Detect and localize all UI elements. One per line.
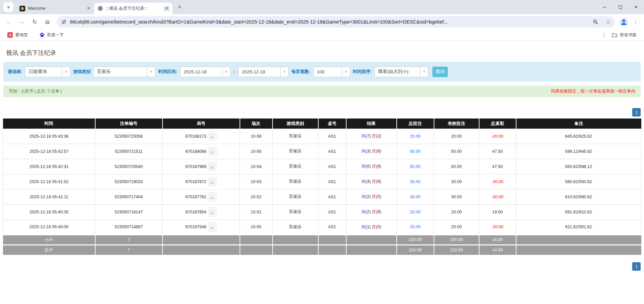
tab-bet-record[interactable]: :::视讯 会员下注纪录::: ✕	[94, 3, 172, 14]
tab-search-button[interactable]: ∨	[3, 2, 13, 12]
chevron-down-icon: ▼	[342, 67, 350, 77]
new-tab-button[interactable]: +	[175, 2, 184, 12]
date-end-select[interactable]: 2025-12-18 ▼	[238, 67, 289, 77]
cell-game: 百家乐	[273, 174, 318, 189]
zoom-icon[interactable]	[591, 17, 600, 27]
total-bet-link[interactable]: 30.00	[410, 179, 420, 184]
sum-label: 小计	[3, 235, 95, 245]
total-bet-link[interactable]: 30.00	[410, 195, 420, 199]
cell-valid-bet: 20.00	[434, 219, 479, 235]
total-bet-link[interactable]: 20.00	[410, 225, 420, 229]
bookmark-baidu[interactable]: 百度一下	[37, 31, 67, 39]
taobao-icon: 淘	[7, 32, 13, 38]
chevron-down-icon: ▼	[280, 67, 288, 77]
tab-close-icon[interactable]: ✕	[86, 6, 92, 11]
video-record-icon[interactable]	[208, 223, 217, 232]
browser-menu-icon[interactable]: ⋮	[631, 17, 641, 27]
tab-welcome[interactable]: Welcome ✕	[16, 3, 94, 14]
page-1-button[interactable]: 1	[632, 262, 641, 271]
address-bar[interactable]: 66cxkj98.com/game/betrecord_search/kind3…	[57, 16, 615, 28]
video-record-icon[interactable]	[208, 192, 217, 201]
total-bet-link[interactable]: 20.00	[410, 134, 420, 139]
cell-bet-id: 523050720540	[95, 159, 163, 174]
total-bet-link[interactable]: 20.00	[410, 210, 420, 214]
cell-time: 2025-12-18 05:41:11	[3, 189, 95, 204]
bookmark-star-icon[interactable]: ☆	[604, 17, 613, 27]
tilde-separator: ~	[233, 69, 236, 74]
cell-total-bet: 30.00	[397, 174, 434, 189]
banker-result: 庄	[372, 209, 376, 214]
table-row: 2025-12-18 05:42:31 523050720540 6701879…	[3, 159, 641, 174]
time-sort-select[interactable]: 降幂(由大到小) ▼	[374, 67, 428, 77]
cell-table: AS1	[318, 189, 346, 204]
forward-icon[interactable]: →	[16, 16, 28, 28]
cell-remark: 645.62/625.62	[516, 129, 641, 144]
profile-avatar[interactable]	[618, 16, 629, 27]
cell-session: 10-50	[240, 219, 273, 235]
column-header: 结果	[346, 119, 397, 129]
player-result: 闲	[361, 149, 366, 154]
site-settings-icon[interactable]	[61, 19, 67, 25]
video-record-icon[interactable]	[208, 147, 217, 156]
cell-payout: -30.00	[479, 189, 516, 204]
banker-result: 庄	[372, 225, 376, 229]
baidu-paw-icon	[39, 32, 45, 38]
table-row: 2025-12-18 05:43:36 523050723058 6701881…	[3, 129, 641, 144]
cell-game: 百家乐	[273, 219, 318, 235]
query-button[interactable]: 查询	[432, 67, 448, 77]
browser-tab-strip: ∨ Welcome ✕ :::视讯 会员下注纪录::: ✕ + ✕	[0, 0, 644, 14]
table-row: 2025-12-18 05:42:57 523050721511 6701880…	[3, 144, 641, 159]
page-content: 视讯 会员下注纪录 请选择: 日期查询 ▼ 游戏类别 百家乐 ▼ 时间区间: 2…	[0, 49, 644, 271]
sum-valid-bet: 220.00	[434, 245, 479, 255]
cell-remark: 598.12/645.62	[516, 144, 641, 159]
cell-table: AS1	[318, 144, 346, 159]
bookmarks-bar: 淘 爱淘宝 百度一下 所有书签	[0, 30, 644, 41]
cell-result: 闲(7) 庄(2)	[346, 129, 397, 144]
cell-total-bet: 20.00	[397, 204, 434, 219]
cell-bet-id: 523050719033	[95, 174, 163, 189]
cell-result: 闲(3) 庄(6)	[346, 144, 397, 159]
window-maximize-button[interactable]	[612, 0, 628, 14]
column-header: 备注	[516, 119, 641, 129]
video-record-icon[interactable]	[208, 132, 217, 141]
player-result: 闲	[361, 179, 366, 184]
game-category-select[interactable]: 百家乐 ▼	[93, 67, 155, 77]
per-page-label: 每页笔数:	[291, 69, 310, 75]
globe-favicon-icon	[98, 6, 103, 11]
cell-remark: 580.62/550.62	[516, 174, 641, 189]
cell-valid-bet: 50.00	[434, 144, 479, 159]
all-bookmarks-button[interactable]: 所有书签	[609, 31, 639, 39]
cell-total-bet: 50.00	[397, 144, 434, 159]
table-footer: 小计 7 220.00 220.00 14.00 总计 7 220.00 220…	[3, 235, 641, 255]
player-result: 闲	[361, 225, 366, 229]
bookmark-aitaobao[interactable]: 淘 爱淘宝	[5, 31, 31, 39]
video-record-icon[interactable]	[208, 162, 217, 171]
video-record-icon[interactable]	[208, 177, 217, 186]
total-bet-link[interactable]: 50.00	[410, 164, 420, 169]
select-type-label: 请选择:	[8, 69, 22, 75]
page-1-button[interactable]: 1	[632, 108, 641, 116]
time-sort-label: 时间排序:	[353, 69, 372, 75]
per-page-select[interactable]: 100 ▼	[313, 67, 350, 77]
cell-time: 2025-12-18 05:40:35	[3, 204, 95, 219]
sum-valid-bet: 220.00	[434, 235, 479, 245]
back-icon[interactable]: ←	[3, 16, 15, 28]
cell-table: AS1	[318, 204, 346, 219]
cell-remark: 550.62/598.12	[516, 159, 641, 174]
cell-bet-id: 523050717404	[95, 189, 163, 204]
sum-total-bet: 220.00	[397, 235, 434, 245]
cell-table: AS1	[318, 129, 346, 144]
column-header: 注单编号	[95, 119, 163, 129]
tab-close-icon[interactable]: ✕	[164, 6, 170, 11]
home-icon[interactable]	[42, 16, 53, 28]
cell-round: 670188066	[163, 144, 240, 159]
query-type-select[interactable]: 日期查询 ▼	[25, 67, 70, 77]
reload-icon[interactable]: ↻	[29, 16, 40, 28]
total-bet-link[interactable]: 50.00	[410, 149, 420, 154]
video-record-icon[interactable]	[208, 207, 217, 216]
date-start-select[interactable]: 2025-12-18 ▼	[180, 67, 230, 77]
window-controls: ✕	[597, 0, 644, 14]
sum-count: 7	[95, 235, 163, 245]
window-close-button[interactable]: ✕	[628, 0, 644, 14]
window-minimize-button[interactable]	[597, 0, 612, 14]
